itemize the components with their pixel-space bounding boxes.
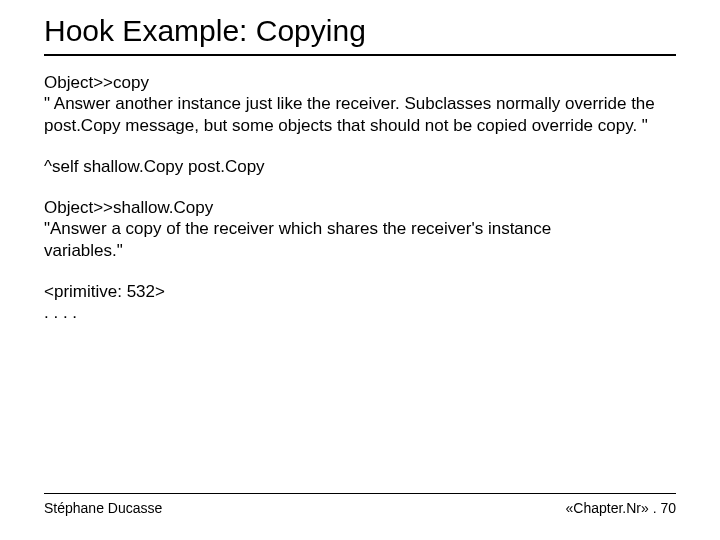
slide-title: Hook Example: Copying bbox=[44, 14, 676, 56]
method2-signature: Object>>shallow.Copy bbox=[44, 197, 676, 218]
method1-signature: Object>>copy bbox=[44, 72, 676, 93]
method2-dots: . . . . bbox=[44, 302, 676, 323]
footer-divider bbox=[44, 493, 676, 494]
slide-footer: Stéphane Ducasse «Chapter.Nr» . 70 bbox=[44, 493, 676, 516]
spacer bbox=[44, 177, 676, 197]
footer-row: Stéphane Ducasse «Chapter.Nr» . 70 bbox=[44, 500, 676, 516]
method2-primitive: <primitive: 532> bbox=[44, 281, 676, 302]
method1-comment: " Answer another instance just like the … bbox=[44, 93, 676, 136]
slide: Hook Example: Copying Object>>copy " Ans… bbox=[0, 0, 720, 540]
method2-comment-line2: variables." bbox=[44, 240, 676, 261]
method2-comment-line1: "Answer a copy of the receiver which sha… bbox=[44, 218, 676, 239]
slide-body: Object>>copy " Answer another instance j… bbox=[44, 72, 676, 323]
method1-body: ^self shallow.Copy post.Copy bbox=[44, 156, 676, 177]
footer-page: «Chapter.Nr» . 70 bbox=[565, 500, 676, 516]
spacer bbox=[44, 136, 676, 156]
spacer bbox=[44, 261, 676, 281]
footer-author: Stéphane Ducasse bbox=[44, 500, 162, 516]
